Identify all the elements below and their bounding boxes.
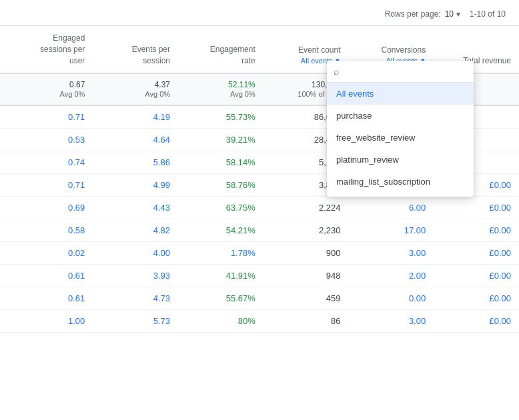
- rows-per-page-value: 10: [445, 9, 454, 19]
- avg-engaged-sessions: 0.67 Avg 0%: [0, 73, 93, 105]
- cell-event-count: 948: [264, 265, 349, 287]
- table-row: 0.02 4.00 1.78% 900 3.00 £0.00: [0, 242, 519, 265]
- cell-engaged-sessions: 1.00: [0, 310, 93, 333]
- cell-event-count: 2,224: [264, 197, 349, 219]
- cell-events-per-session: 4.73: [93, 287, 178, 310]
- cell-conversions: 3.00: [348, 242, 434, 265]
- cell-engagement-rate: 41.91%: [178, 265, 264, 287]
- conversions-filter-dropdown: ⌕ All events purchase free_website_revie…: [327, 61, 474, 197]
- avg-events-per-session: 4.37 Avg 0%: [93, 73, 178, 105]
- cell-events-per-session: 3.93: [93, 265, 178, 287]
- cell-engaged-sessions: 0.74: [0, 151, 93, 174]
- cell-event-count: 900: [264, 242, 349, 265]
- cell-engagement-rate: 39.21%: [178, 129, 264, 151]
- cell-engagement-rate: 54.21%: [178, 219, 264, 242]
- cell-engagement-rate: 1.78%: [178, 242, 264, 265]
- table-row: 1.00 5.73 80% 86 3.00 £0.00: [0, 310, 519, 333]
- cell-total-revenue: £0.00: [434, 310, 519, 333]
- avg-engagement-rate: 52.11% Avg 0%: [178, 73, 264, 105]
- table-row: 0.61 4.73 55.67% 459 0.00 £0.00: [0, 287, 519, 310]
- cell-conversions: 6.00: [348, 197, 434, 219]
- cell-total-revenue: £0.00: [434, 287, 519, 310]
- col-engagement-rate: Engagementrate: [178, 26, 264, 73]
- table-row: 0.61 3.93 41.91% 948 2.00 £0.00: [0, 265, 519, 287]
- table-row: 0.69 4.43 63.75% 2,224 6.00 £0.00: [0, 197, 519, 219]
- cell-engagement-rate: 55.73%: [178, 105, 264, 129]
- dropdown-search-bar[interactable]: ⌕: [327, 61, 474, 83]
- cell-conversions: 2.00: [348, 265, 434, 287]
- page-info: 1-10 of 10: [470, 9, 506, 19]
- dropdown-search-input[interactable]: [344, 67, 467, 77]
- cell-events-per-session: 4.64: [93, 129, 178, 151]
- cell-engagement-rate: 55.67%: [178, 287, 264, 310]
- cell-total-revenue: £0.00: [434, 242, 519, 265]
- cell-engaged-sessions: 0.69: [0, 197, 93, 219]
- cell-engaged-sessions: 0.61: [0, 287, 93, 310]
- cell-engaged-sessions: 0.71: [0, 105, 93, 129]
- dropdown-item-platinum-review[interactable]: platinum_review: [327, 149, 474, 171]
- data-table-container: Engagedsessions peruser Events persessio…: [0, 26, 519, 333]
- cell-total-revenue: £0.00: [434, 219, 519, 242]
- cell-engaged-sessions: 0.02: [0, 242, 93, 265]
- cell-events-per-session: 4.00: [93, 242, 178, 265]
- cell-total-revenue: £0.00: [434, 265, 519, 287]
- cell-event-count: 86: [264, 310, 349, 333]
- cell-total-revenue: £0.00: [434, 197, 519, 219]
- conversions-header-label: Conversions: [356, 45, 426, 56]
- cell-event-count: 2,230: [264, 219, 349, 242]
- cell-events-per-session: 4.43: [93, 197, 178, 219]
- top-bar: Rows per page: 10 ▼ 1-10 of 10: [0, 0, 519, 26]
- rows-per-page-control: Rows per page: 10 ▼: [385, 9, 462, 19]
- col-events-per-session: Events persession: [93, 26, 178, 73]
- cell-engagement-rate: 58.76%: [178, 174, 264, 197]
- cell-engaged-sessions: 0.53: [0, 129, 93, 151]
- cell-event-count: 459: [264, 287, 349, 310]
- chevron-down-icon: ▼: [455, 11, 462, 18]
- dropdown-item-purchase[interactable]: purchase: [327, 105, 474, 127]
- cell-conversions: 0.00: [348, 287, 434, 310]
- cell-events-per-session: 4.19: [93, 105, 178, 129]
- cell-engaged-sessions: 0.58: [0, 219, 93, 242]
- rows-per-page-label: Rows per page:: [385, 9, 441, 19]
- cell-events-per-session: 4.82: [93, 219, 178, 242]
- dropdown-item-free-website-review[interactable]: free_website_review: [327, 127, 474, 149]
- search-icon: ⌕: [334, 66, 339, 77]
- cell-events-per-session: 5.73: [93, 310, 178, 333]
- cell-engaged-sessions: 0.71: [0, 174, 93, 197]
- table-row: 0.58 4.82 54.21% 2,230 17.00 £0.00: [0, 219, 519, 242]
- cell-conversions: 17.00: [348, 219, 434, 242]
- dropdown-item-all-events[interactable]: All events: [327, 83, 474, 105]
- cell-engagement-rate: 80%: [178, 310, 264, 333]
- cell-events-per-session: 5.86: [93, 151, 178, 174]
- cell-engagement-rate: 63.75%: [178, 197, 264, 219]
- cell-engagement-rate: 58.14%: [178, 151, 264, 174]
- col-engaged-sessions: Engagedsessions peruser: [0, 26, 93, 73]
- rows-per-page-select[interactable]: 10 ▼: [445, 9, 462, 19]
- cell-engaged-sessions: 0.61: [0, 265, 93, 287]
- dropdown-item-mailing-list-subscription[interactable]: mailing_list_subscription: [327, 171, 474, 193]
- cell-conversions: 3.00: [348, 310, 434, 333]
- cell-events-per-session: 4.99: [93, 174, 178, 197]
